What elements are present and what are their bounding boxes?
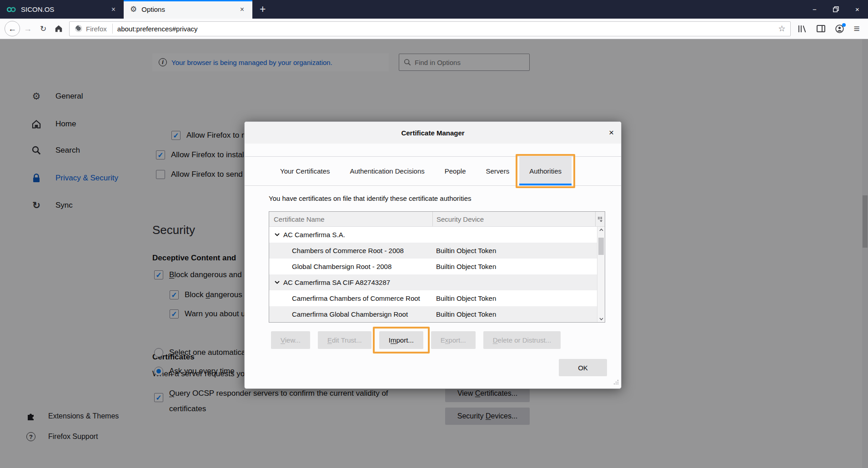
menu-icon[interactable]: ≡ — [854, 23, 860, 35]
back-button[interactable]: ← — [5, 21, 20, 36]
view-button[interactable]: View... — [271, 331, 310, 349]
scroll-up-icon[interactable] — [597, 229, 605, 231]
tab-bar: SICON.OS × ⚙ Options × + − × — [0, 0, 868, 19]
close-tab-icon[interactable]: × — [110, 5, 117, 14]
close-window-button[interactable]: × — [847, 0, 868, 19]
home-icon — [55, 25, 63, 33]
identity-label: Firefox — [86, 25, 107, 33]
dialog-tabs: Your Certificates Authentication Decisio… — [245, 156, 621, 186]
tab-people[interactable]: People — [435, 157, 476, 185]
minimize-button[interactable]: − — [804, 0, 825, 19]
table-row[interactable]: AC Camerfirma S.A. — [269, 227, 605, 243]
dialog-header: Certificate Manager × — [245, 122, 621, 144]
forward-button[interactable]: → — [20, 21, 35, 36]
preferences-page: ⚙ General Home Search Privacy & Security… — [0, 39, 868, 468]
restore-button[interactable] — [825, 0, 847, 19]
export-button[interactable]: Export... — [431, 331, 476, 349]
column-picker-icon[interactable] — [595, 212, 605, 226]
firefox-icon — [75, 25, 82, 32]
tab-label: Options — [141, 5, 165, 13]
certificate-manager-dialog: Certificate Manager × Your Certificates … — [244, 121, 622, 389]
close-tab-icon[interactable]: × — [238, 5, 246, 14]
expand-chevron-icon — [275, 233, 280, 236]
url-text[interactable]: about:preferences#privacy — [113, 25, 198, 33]
tab-label: SICON.OS — [21, 5, 54, 13]
table-scrollbar[interactable] — [597, 227, 605, 322]
sidebar-toggle-icon[interactable] — [817, 25, 825, 32]
navigation-toolbar: ← → ↻ Firefox about:preferences#privacy … — [0, 19, 868, 39]
reload-button[interactable]: ↻ — [35, 21, 51, 36]
library-icon[interactable] — [798, 25, 807, 33]
restore-icon — [833, 6, 839, 12]
home-button[interactable] — [51, 21, 66, 36]
table-row[interactable]: Chambers of Commerce Root - 2008 Builtin… — [269, 243, 605, 259]
notification-dot — [842, 23, 846, 27]
dialog-subtitle: You have certificates on file that ident… — [269, 194, 472, 202]
table-row[interactable]: Camerfirma Chambers of Commerce Root Bui… — [269, 290, 605, 306]
close-dialog-icon[interactable]: × — [609, 128, 614, 138]
window-controls: − × — [804, 0, 868, 19]
certificates-table: Certificate Name Security Device AC Came… — [269, 211, 605, 323]
expand-chevron-icon — [275, 281, 280, 284]
sicon-logo-icon — [6, 6, 16, 13]
toolbar-icons: ≡ — [798, 23, 860, 35]
column-security-device[interactable]: Security Device — [432, 212, 595, 226]
bookmark-star-icon[interactable]: ☆ — [778, 24, 785, 34]
new-tab-button[interactable]: + — [252, 0, 273, 19]
browser-window: SICON.OS × ⚙ Options × + − × ← → ↻ Firef… — [0, 0, 868, 468]
identity-chip[interactable]: Firefox — [70, 25, 112, 33]
table-row[interactable]: AC Camerfirma SA CIF A82743287 — [269, 274, 605, 290]
tab-sicon-os[interactable]: SICON.OS × — [0, 0, 124, 19]
dialog-buttons: View... Edit Trust... Import... Export..… — [271, 331, 561, 349]
tab-your-certificates[interactable]: Your Certificates — [270, 157, 340, 185]
import-button[interactable]: Import... — [379, 331, 423, 349]
dialog-title: Certificate Manager — [401, 129, 464, 137]
table-header: Certificate Name Security Device — [269, 212, 605, 227]
gear-icon: ⚙ — [130, 5, 137, 13]
resize-grip[interactable] — [613, 378, 619, 386]
ok-button[interactable]: OK — [559, 359, 607, 376]
edit-trust-button[interactable]: Edit Trust... — [318, 331, 371, 349]
tab-authorities[interactable]: Authorities — [519, 157, 572, 185]
scrollbar-thumb[interactable] — [598, 238, 604, 255]
column-certificate-name[interactable]: Certificate Name — [269, 212, 432, 226]
table-row[interactable]: Camerfirma Global Chambersign Root Built… — [269, 306, 605, 322]
tab-servers[interactable]: Servers — [476, 157, 519, 185]
table-row[interactable]: Global Chambersign Root - 2008 Builtin O… — [269, 259, 605, 274]
delete-or-distrust-button[interactable]: Delete or Distrust... — [483, 331, 561, 349]
account-icon[interactable] — [835, 25, 844, 33]
tab-options[interactable]: ⚙ Options × — [124, 0, 252, 19]
url-bar[interactable]: Firefox about:preferences#privacy ☆ — [69, 21, 791, 36]
scroll-down-icon[interactable] — [597, 318, 605, 320]
tab-authentication-decisions[interactable]: Authentication Decisions — [340, 157, 435, 185]
